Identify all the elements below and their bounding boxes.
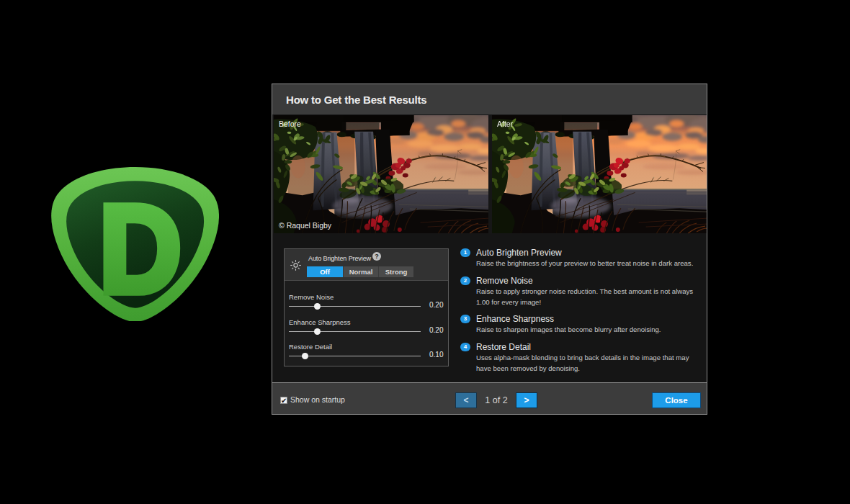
svg-text:D: D (99, 179, 182, 319)
